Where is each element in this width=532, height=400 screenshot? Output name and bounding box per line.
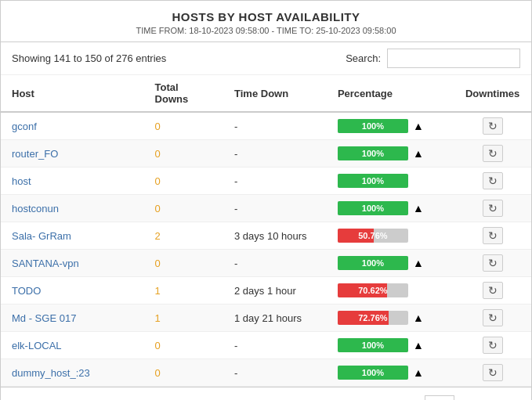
cell-timedown: - (223, 140, 327, 168)
table-row: dummy_host_:230-100%↻ (1, 359, 531, 387)
downtimes-button[interactable]: ↻ (483, 337, 503, 354)
toolbar: Showing 141 to 150 of 276 entries Search… (1, 42, 531, 75)
cell-timedown: - (223, 168, 327, 195)
downtimes-button[interactable]: ↻ (483, 254, 503, 272)
cell-host: SANTANA-vpn (1, 250, 144, 277)
col-header-pct: Percentage (327, 75, 454, 112)
pct-text: 72.76% (338, 313, 408, 323)
downtimes-button[interactable]: ↻ (483, 309, 503, 326)
downtimes-button[interactable]: ↻ (483, 145, 503, 162)
col-header-downs: Total Downs (144, 75, 223, 112)
cell-percentage: 100% (327, 140, 454, 168)
pct-bar-wrap: 72.76% (338, 311, 408, 325)
pct-bar-wrap: 100% (338, 174, 408, 188)
prev-button[interactable]: Previous (339, 396, 385, 400)
page-header: HOSTS BY HOST AVAILABILITY TIME FROM: 18… (1, 1, 531, 42)
page-title: HOSTS BY HOST AVAILABILITY (9, 10, 523, 23)
cell-downs: 0 (144, 359, 223, 387)
cell-downs: 0 (144, 250, 223, 277)
downtimes-button[interactable]: ↻ (483, 227, 503, 244)
downtimes-button[interactable]: ↻ (483, 282, 503, 299)
cell-timedown: - (223, 195, 327, 222)
page-container: HOSTS BY HOST AVAILABILITY TIME FROM: 18… (0, 0, 532, 400)
cell-timedown: 1 day 21 hours (223, 305, 327, 332)
downtimes-button[interactable]: ↻ (483, 364, 503, 381)
cell-downtimes: ↻ (454, 359, 531, 387)
pagination-footer: Previous Page of 28 Next (1, 387, 531, 400)
cell-host: host (1, 168, 144, 195)
search-input[interactable] (387, 49, 520, 68)
data-table: Host Total Downs Time Down Percentage Do… (1, 75, 531, 387)
cell-timedown: - (223, 250, 327, 277)
cell-downs: 0 (144, 332, 223, 359)
cell-host: TODO (1, 277, 144, 305)
warning-icon[interactable] (413, 367, 425, 378)
table-row: gconf0-100%↻ (1, 112, 531, 140)
pct-bar-wrap: 100% (338, 338, 408, 352)
pct-bar-wrap: 100% (338, 119, 408, 133)
pct-bar-wrap: 50.76% (338, 229, 408, 243)
cell-timedown: 3 days 10 hours (223, 222, 327, 250)
cell-downs: 1 (144, 305, 223, 332)
pct-bar-wrap: 100% (338, 146, 408, 160)
cell-host: elk-LOCAL (1, 332, 144, 359)
cell-timedown: 2 days 1 hour (223, 277, 327, 305)
table-row: Sala- GrRam23 days 10 hours50.76%↻ (1, 222, 531, 250)
pct-container: 100% (338, 201, 443, 215)
cell-percentage: 100% (327, 195, 454, 222)
showing-text: Showing 141 to 150 of 276 entries (12, 52, 166, 64)
warning-icon[interactable] (413, 203, 425, 214)
cell-percentage: 100% (327, 250, 454, 277)
page-input[interactable] (425, 395, 454, 400)
cell-host: router_FO (1, 140, 144, 168)
cell-downtimes: ↻ (454, 277, 531, 305)
pct-container: 50.76% (338, 229, 443, 243)
pct-container: 100% (338, 366, 443, 380)
next-button[interactable]: Next (493, 396, 520, 400)
pct-container: 100% (338, 256, 443, 270)
cell-percentage: 50.76% (327, 222, 454, 250)
cell-timedown: - (223, 112, 327, 140)
downtimes-button[interactable]: ↻ (483, 200, 503, 217)
warning-icon[interactable] (413, 258, 425, 268)
table-row: SANTANA-vpn0-100%↻ (1, 250, 531, 277)
warning-icon[interactable] (413, 121, 425, 132)
cell-host: hostconun (1, 195, 144, 222)
cell-host: Sala- GrRam (1, 222, 144, 250)
cell-downs: 1 (144, 277, 223, 305)
table-row: router_FO0-100%↻ (1, 140, 531, 168)
downtimes-button[interactable]: ↻ (483, 172, 503, 189)
cell-percentage: 100% (327, 332, 454, 359)
table-row: host0-100%↻ (1, 168, 531, 195)
table-container: Host Total Downs Time Down Percentage Do… (1, 75, 531, 387)
pct-text: 100% (338, 176, 408, 186)
warning-icon[interactable] (413, 148, 425, 159)
downtimes-button[interactable]: ↻ (483, 117, 503, 135)
cell-downtimes: ↻ (454, 112, 531, 140)
cell-host: gconf (1, 112, 144, 140)
pct-container: 100% (338, 338, 443, 352)
pct-text: 100% (338, 121, 408, 131)
cell-downs: 0 (144, 140, 223, 168)
cell-downtimes: ↻ (454, 332, 531, 359)
table-body: gconf0-100%↻router_FO0-100%↻host0-100%↻h… (1, 112, 531, 387)
pct-container: 70.62% (338, 283, 443, 297)
pct-bar-wrap: 100% (338, 201, 408, 215)
cell-downtimes: ↻ (454, 140, 531, 168)
warning-icon[interactable] (413, 312, 425, 323)
cell-percentage: 100% (327, 359, 454, 387)
cell-host: dummy_host_:23 (1, 359, 144, 387)
col-header-host: Host (1, 75, 144, 112)
pct-text: 100% (338, 204, 408, 213)
warning-icon[interactable] (413, 340, 425, 351)
pct-container: 72.76% (338, 311, 443, 325)
pct-container: 100% (338, 174, 443, 188)
cell-downtimes: ↻ (454, 195, 531, 222)
table-header-row: Host Total Downs Time Down Percentage Do… (1, 75, 531, 112)
col-header-dt: Downtimes (454, 75, 531, 112)
cell-host: Md - SGE 017 (1, 305, 144, 332)
cell-timedown: - (223, 359, 327, 387)
cell-downtimes: ↻ (454, 168, 531, 195)
table-row: hostconun0-100%↻ (1, 195, 531, 222)
cell-downs: 0 (144, 195, 223, 222)
